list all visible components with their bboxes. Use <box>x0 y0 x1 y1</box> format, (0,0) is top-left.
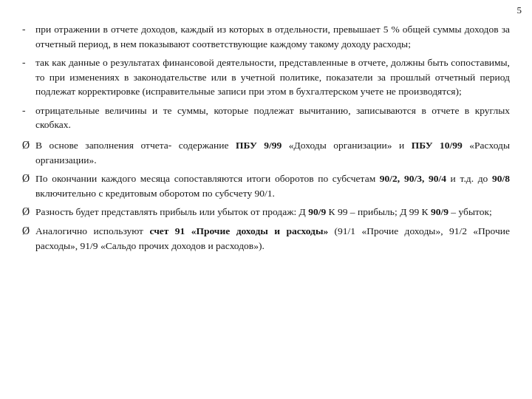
list-item: Ø По окончании каждого месяца сопоставля… <box>22 171 510 200</box>
page-number: 5 <box>517 4 522 16</box>
dash-icon: - <box>22 22 35 37</box>
item-text: В основе заполнения отчета- содержание П… <box>35 138 510 167</box>
dash-icon: - <box>22 103 35 118</box>
list-item: - отрицательные величины и те суммы, кот… <box>22 103 510 132</box>
arrow-icon: Ø <box>22 205 35 219</box>
arrow-icon: Ø <box>22 171 35 186</box>
dash-icon: - <box>22 55 35 70</box>
item-text: По окончании каждого месяца сопоставляют… <box>35 171 510 200</box>
item-text: отрицательные величины и те суммы, котор… <box>35 103 510 132</box>
arrow-icon: Ø <box>22 138 35 153</box>
item-text: Разность будет представлять прибыль или … <box>35 205 510 219</box>
arrow-list: Ø В основе заполнения отчета- содержание… <box>22 138 510 253</box>
item-text: Аналогично используют счет 91 «Прочие до… <box>35 224 510 253</box>
list-item: - так как данные о результатах финансово… <box>22 55 510 99</box>
list-item: Ø В основе заполнения отчета- содержание… <box>22 138 510 167</box>
content-area: - при отражении в отчете доходов, каждый… <box>22 22 510 253</box>
item-text: при отражении в отчете доходов, каждый и… <box>35 22 510 51</box>
dash-list: - при отражении в отчете доходов, каждый… <box>22 22 510 132</box>
list-item: Ø Аналогично используют счет 91 «Прочие … <box>22 224 510 253</box>
page-container: 5 - при отражении в отчете доходов, кажд… <box>0 0 532 399</box>
list-item: Ø Разность будет представлять прибыль ил… <box>22 205 510 219</box>
item-text: так как данные о результатах финансовой … <box>35 55 510 99</box>
list-item: - при отражении в отчете доходов, каждый… <box>22 22 510 51</box>
arrow-icon: Ø <box>22 224 35 239</box>
